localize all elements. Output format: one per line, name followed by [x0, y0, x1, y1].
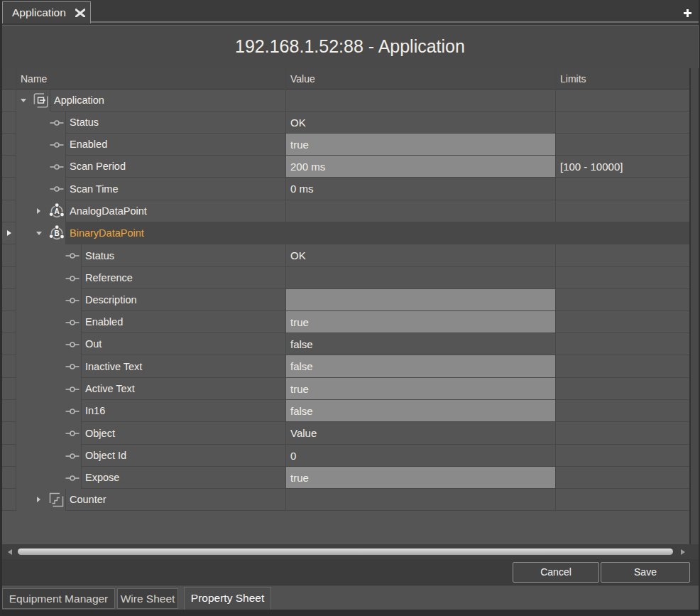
svg-text:A: A	[54, 207, 59, 215]
svg-text:B: B	[54, 229, 59, 237]
